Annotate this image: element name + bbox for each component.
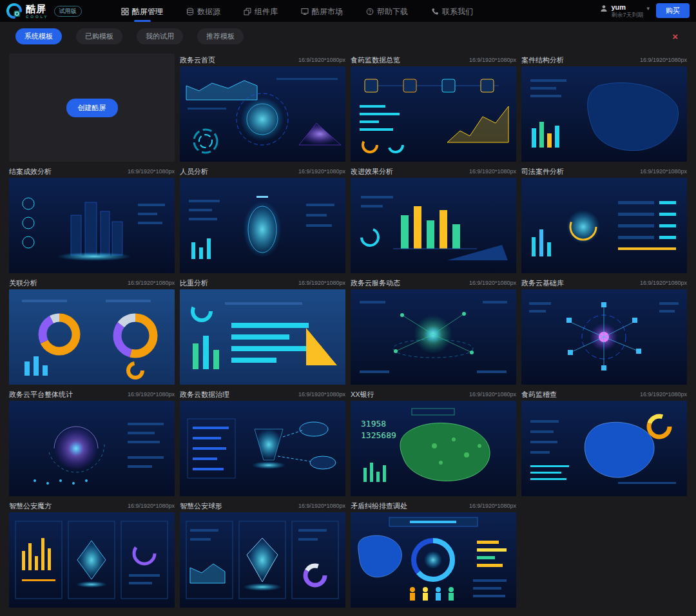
nav-item-label: 数据源: [197, 6, 220, 17]
template-card[interactable]: 人员分析16:9/1920*1080px: [180, 165, 345, 273]
template-thumbnail[interactable]: [521, 178, 687, 273]
nav-item-label: 组件库: [255, 6, 278, 17]
user-menu[interactable]: yum 剩余7天到期 ▾: [600, 3, 650, 19]
template-card-header: 关联分析16:9/1920*1080px: [9, 276, 175, 289]
filter-tab-2[interactable]: 我的试用: [137, 28, 183, 44]
template-card[interactable]: 食药监数据总览16:9/1920*1080px: [351, 53, 516, 162]
template-title: XX银行: [351, 390, 374, 399]
template-size: 16:9/1920*1080px: [298, 280, 345, 286]
logo[interactable]: 酷屏 COOLY 试用版: [6, 3, 103, 19]
template-thumbnail[interactable]: [9, 512, 175, 608]
template-title: 智慧公安球形: [180, 501, 222, 511]
template-size: 16:9/1920*1080px: [640, 391, 687, 398]
template-card[interactable]: 智慧公安魔方16:9/1920*1080px: [9, 499, 175, 608]
template-card-header: 结案成效分析16:9/1920*1080px: [9, 165, 175, 178]
template-card-header: 改进效果分析16:9/1920*1080px: [351, 165, 516, 178]
nav-item-5[interactable]: 联系我们: [431, 1, 473, 22]
buy-button[interactable]: 购买: [656, 3, 690, 18]
template-size: 16:9/1920*1080px: [640, 168, 687, 175]
create-cooly-button[interactable]: 创建酷屏: [66, 99, 118, 117]
template-size: 16:9/1920*1080px: [128, 280, 175, 286]
template-size: 16:9/1920*1080px: [640, 57, 687, 63]
template-card[interactable]: 政务云首页16:9/1920*1080px: [180, 53, 345, 162]
template-thumbnail[interactable]: [351, 512, 516, 608]
template-thumbnail[interactable]: [351, 178, 516, 273]
template-title: 矛盾纠纷排查调处: [351, 501, 407, 511]
nav-item-label: 帮助下载: [377, 6, 408, 17]
template-size: 16:9/1920*1080px: [469, 280, 516, 286]
close-icon[interactable]: ×: [670, 32, 681, 41]
template-thumbnail[interactable]: [521, 289, 687, 385]
template-thumbnail[interactable]: [351, 289, 516, 385]
template-size: 16:9/1920*1080px: [469, 57, 516, 63]
template-card-header: 司法案件分析16:9/1920*1080px: [521, 165, 687, 178]
template-card-header: 人员分析16:9/1920*1080px: [180, 165, 345, 178]
template-title: 改进效果分析: [351, 167, 393, 177]
filter-tab-3[interactable]: 推荐模板: [197, 28, 244, 44]
template-card[interactable]: 改进效果分析16:9/1920*1080px: [351, 165, 516, 273]
template-thumbnail[interactable]: [180, 401, 345, 496]
template-thumbnail[interactable]: [521, 66, 687, 162]
filter-tab-1[interactable]: 已购模板: [76, 28, 122, 44]
template-card[interactable]: 政务云数据治理16:9/1920*1080px: [180, 388, 345, 496]
template-card[interactable]: 司法案件分析16:9/1920*1080px: [521, 165, 687, 273]
user-expiry: 剩余7天到期: [611, 12, 643, 19]
nav-item-1[interactable]: 数据源: [186, 1, 220, 22]
template-card[interactable]: 食药监稽查16:9/1920*1080px: [521, 388, 687, 496]
nav-item-4[interactable]: 帮助下载: [366, 1, 408, 22]
template-thumbnail[interactable]: [180, 289, 345, 385]
filter-tab-0[interactable]: 系统模板: [15, 28, 62, 44]
template-thumbnail[interactable]: [9, 289, 175, 385]
help-icon: [366, 8, 374, 15]
template-card[interactable]: 政务云基础库16:9/1920*1080px: [521, 276, 687, 385]
template-card[interactable]: 智慧公安球形16:9/1920*1080px: [180, 499, 345, 608]
template-title: 政务云基础库: [521, 278, 564, 288]
template-card-header: 政务云服务动态16:9/1920*1080px: [351, 276, 516, 289]
template-card[interactable]: 比重分析16:9/1920*1080px: [180, 276, 345, 385]
nav-item-label: 酷屏管理: [132, 6, 163, 17]
template-card-header: 矛盾纠纷排查调处16:9/1920*1080px: [351, 499, 516, 512]
template-card[interactable]: XX银行16:9/1920*1080px319581325689: [351, 388, 516, 496]
template-size: 16:9/1920*1080px: [128, 168, 175, 175]
template-card[interactable]: 政务云服务动态16:9/1920*1080px: [351, 276, 516, 385]
template-size: 16:9/1920*1080px: [469, 168, 516, 175]
nav-item-3[interactable]: 酷屏市场: [301, 1, 343, 22]
template-card[interactable]: 政务云平台整体统计16:9/1920*1080px: [9, 388, 175, 496]
nav-item-2[interactable]: 组件库: [244, 1, 278, 22]
template-thumbnail[interactable]: [351, 66, 516, 162]
template-thumbnail[interactable]: [180, 512, 345, 608]
template-card[interactable]: 矛盾纠纷排查调处16:9/1920*1080px: [351, 499, 516, 608]
template-title: 案件结构分析: [521, 55, 564, 65]
template-thumbnail[interactable]: [9, 401, 175, 496]
template-thumbnail[interactable]: 319581325689: [351, 401, 516, 496]
template-thumbnail[interactable]: [180, 178, 345, 273]
chevron-down-icon: ▾: [646, 5, 650, 12]
trial-badge: 试用版: [54, 6, 82, 17]
template-card-header: 政务云数据治理16:9/1920*1080px: [180, 388, 345, 401]
template-title: 政务云服务动态: [351, 278, 400, 288]
template-card[interactable]: 关联分析16:9/1920*1080px: [9, 276, 175, 385]
template-size: 16:9/1920*1080px: [640, 280, 687, 286]
template-size: 16:9/1920*1080px: [298, 57, 345, 63]
template-thumbnail[interactable]: [180, 66, 345, 162]
nav-item-0[interactable]: 酷屏管理: [121, 1, 163, 22]
template-title: 比重分析: [180, 278, 208, 288]
template-title: 政务云首页: [180, 55, 215, 65]
user-name: yum: [611, 3, 643, 12]
template-thumbnail[interactable]: [9, 178, 175, 273]
template-card[interactable]: 结案成效分析16:9/1920*1080px: [9, 165, 175, 273]
template-size: 16:9/1920*1080px: [469, 503, 516, 509]
template-card-header: 食药监稽查16:9/1920*1080px: [521, 388, 687, 401]
template-card[interactable]: 案件结构分析16:9/1920*1080px: [521, 53, 687, 162]
template-card-header: XX银行16:9/1920*1080px: [351, 388, 516, 401]
cooly-logo-icon: [6, 3, 22, 19]
filter-tabs: 系统模板已购模板我的试用推荐模板: [15, 28, 670, 44]
template-size: 16:9/1920*1080px: [298, 168, 345, 175]
logo-subtitle: COOLY: [26, 15, 49, 19]
template-thumbnail[interactable]: [521, 401, 687, 496]
template-card-header: 比重分析16:9/1920*1080px: [180, 276, 345, 289]
svg-text:1325689: 1325689: [361, 430, 396, 440]
template-title: 结案成效分析: [9, 167, 52, 177]
template-size: 16:9/1920*1080px: [128, 503, 175, 509]
template-card-header: 食药监数据总览16:9/1920*1080px: [351, 53, 516, 66]
